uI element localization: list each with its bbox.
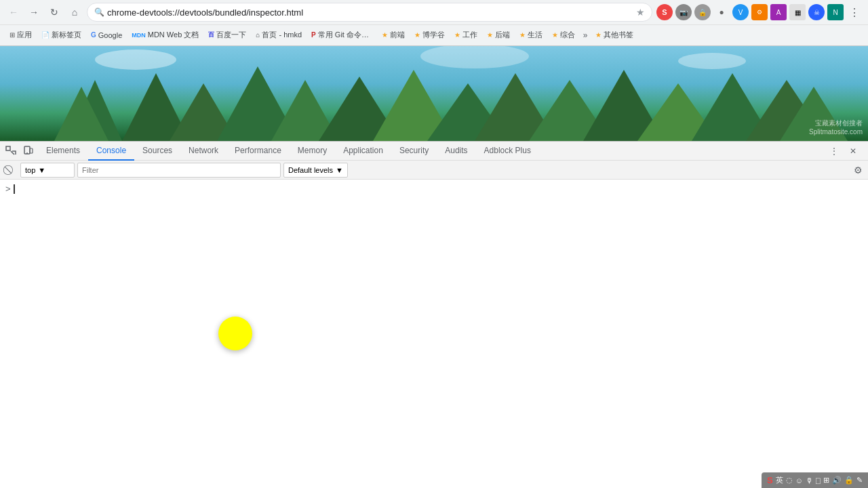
devtools-actions: ⋮ ✕	[823, 143, 865, 159]
life-label: 生活	[528, 30, 542, 40]
ext7-icon[interactable]: A	[770, 4, 787, 20]
context-selector[interactable]: top ▼	[20, 163, 75, 178]
ext6-icon[interactable]: ⚙	[751, 4, 768, 20]
bookmarks-bar: ⊞ 应用 📄 新标签页 G Google MDN MDN Web 文档 百 百度…	[0, 24, 868, 45]
context-dropdown-icon: ▼	[38, 166, 45, 174]
bookmark-boxuegu[interactable]: ★ 博学谷	[410, 28, 449, 43]
bookmark-life[interactable]: ★ 生活	[515, 28, 547, 43]
devtools-inspect-icon[interactable]	[3, 143, 19, 159]
mdn-label: MDN Web 文档	[148, 30, 199, 40]
bookmark-newtab[interactable]: 📄 新标签页	[37, 28, 85, 43]
system-tray: S 英 ◌ ☺ 🎙 ⎕ ⊞ 🔊 🔒 ✎	[762, 472, 868, 488]
ext2-icon[interactable]: 📷	[675, 4, 692, 20]
tab-memory[interactable]: Memory	[290, 142, 335, 161]
console-prompt: >	[5, 184, 11, 194]
others-icon: ★	[595, 31, 601, 39]
page-watermark: 宝藏素材创搜者 Splitmatosite.com	[809, 119, 863, 136]
tray-emoji[interactable]: ☺	[795, 476, 803, 485]
boxuegu-label: 博学谷	[422, 30, 445, 40]
devtools-more-icon[interactable]: ⋮	[826, 143, 842, 159]
bookmark-work[interactable]: ★ 工作	[450, 28, 481, 43]
bookmark-google[interactable]: G Google	[87, 28, 126, 43]
ext1-icon[interactable]: S	[656, 4, 673, 20]
tab-security[interactable]: Security	[391, 142, 437, 161]
tray-keyboard[interactable]: ⎕	[816, 476, 821, 485]
bookmark-pin[interactable]: P 常用 Git 命令清单	[307, 28, 376, 43]
tab-adblock[interactable]: Adblock Plus	[476, 142, 539, 161]
ext8-icon[interactable]: ▦	[789, 4, 806, 20]
forward-button[interactable]: →	[26, 4, 42, 20]
tab-console[interactable]: Console	[88, 142, 134, 161]
console-clear-button[interactable]: ⃠	[3, 163, 18, 178]
mdn-icon: MDN	[132, 32, 146, 39]
devtools-panel: Elements Console Sources Network Perform…	[0, 141, 868, 488]
refresh-button[interactable]: ↻	[46, 4, 62, 20]
console-settings-button[interactable]: ⚙	[850, 163, 865, 178]
tray-grid[interactable]: ⊞	[823, 476, 829, 485]
browser-chrome: ← → ↻ ⌂ 🔍 ★ S 📷 🔒 ● V ⚙ A ▦ ☠ N ⋮ ⊞ 应用	[0, 0, 868, 46]
life-icon: ★	[519, 31, 526, 39]
home-button[interactable]: ⌂	[66, 4, 83, 20]
ext4-icon[interactable]: ●	[713, 4, 730, 20]
devtools-header: Elements Console Sources Network Perform…	[0, 142, 868, 161]
tray-shield[interactable]: 🔒	[844, 476, 854, 485]
tray-pencil[interactable]: ✎	[856, 476, 863, 485]
bookmark-baidu[interactable]: 百 百度一下	[204, 28, 250, 43]
ext5-icon[interactable]: V	[732, 4, 749, 20]
devtools-close-icon[interactable]: ✕	[845, 143, 861, 159]
bookmark-star-icon[interactable]: ★	[636, 7, 645, 18]
bookmark-mdn[interactable]: MDN MDN Web 文档	[127, 28, 203, 43]
pin-label: 常用 Git 命令清单	[318, 30, 372, 40]
bookmark-others[interactable]: ★ 其他书签	[591, 28, 637, 43]
devtools-tabs: Elements Console Sources Network Perform…	[38, 142, 823, 161]
qianduan-label: 前端	[390, 30, 405, 40]
backend-label: 后端	[495, 30, 510, 40]
google-label: Google	[98, 31, 122, 39]
tab-elements[interactable]: Elements	[38, 142, 88, 161]
zonghe-icon: ★	[552, 31, 558, 39]
tray-mic[interactable]: 🎙	[806, 476, 813, 485]
back-button[interactable]: ←	[5, 4, 22, 20]
devtools-device-icon[interactable]	[20, 143, 37, 159]
tab-application[interactable]: Application	[335, 142, 391, 161]
apps-icon: ⊞	[9, 31, 15, 39]
ext10-icon[interactable]: N	[827, 4, 844, 20]
baidu-label: 百度一下	[216, 30, 246, 40]
address-bar-container[interactable]: 🔍 ★	[87, 3, 652, 22]
menu-button[interactable]: ⋮	[846, 4, 863, 20]
bookmark-apps[interactable]: ⊞ 应用	[5, 28, 36, 43]
ext9-icon[interactable]: ☠	[808, 4, 825, 20]
tray-volume[interactable]: 🔊	[832, 476, 842, 485]
baidu-icon: 百	[208, 30, 214, 39]
log-level-selector[interactable]: Default levels ▼	[283, 163, 348, 178]
work-label: 工作	[462, 30, 477, 40]
bookmark-zonghe[interactable]: ★ 综合	[548, 28, 579, 43]
console-content[interactable]: >	[0, 180, 868, 488]
tab-sources[interactable]: Sources	[134, 142, 180, 161]
ext3-icon[interactable]: 🔒	[694, 4, 711, 20]
context-value: top	[25, 166, 35, 174]
toolbar-icons: S 📷 🔒 ● V ⚙ A ▦ ☠ N ⋮	[656, 4, 863, 20]
bookmark-backend[interactable]: ★ 后端	[483, 28, 514, 43]
svg-point-19	[678, 53, 746, 69]
tab-audits[interactable]: Audits	[437, 142, 475, 161]
tray-sogou[interactable]: S	[767, 475, 773, 485]
svg-rect-22	[30, 148, 33, 153]
filter-input-container[interactable]	[77, 163, 281, 178]
tray-dot[interactable]: ◌	[786, 476, 793, 485]
svg-rect-20	[6, 146, 10, 150]
console-cursor	[14, 184, 15, 194]
bookmark-qianduan[interactable]: ★ 前端	[378, 28, 409, 43]
tab-performance[interactable]: Performance	[226, 142, 290, 161]
address-input[interactable]	[107, 7, 636, 18]
tray-lang[interactable]: 英	[776, 475, 783, 485]
more-bookmarks[interactable]: »	[580, 29, 591, 41]
console-toolbar: ⃠ top ▼ Default levels ▼ ⚙	[0, 161, 868, 180]
pin-icon: P	[311, 31, 316, 39]
tab-network[interactable]: Network	[180, 142, 226, 161]
work-icon: ★	[454, 31, 460, 39]
log-level-dropdown-icon: ▼	[336, 166, 343, 174]
console-filter-input[interactable]	[82, 166, 276, 174]
bookmark-home[interactable]: ⌂ 首页 - hmkd	[252, 28, 306, 43]
apps-label: 应用	[17, 30, 32, 40]
